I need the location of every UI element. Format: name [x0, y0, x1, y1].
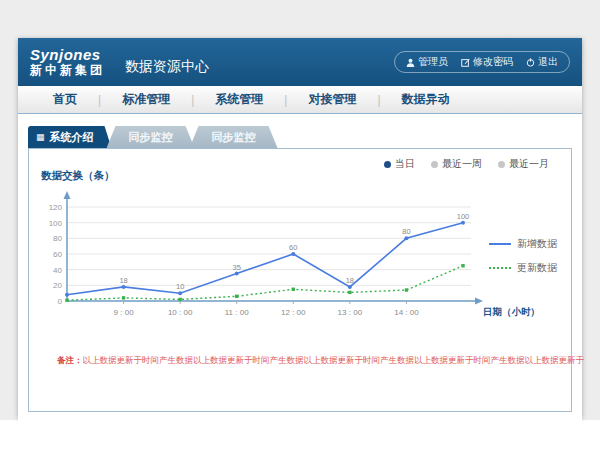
data-point — [122, 296, 125, 299]
legend-item-1[interactable]: 更新数据 — [489, 261, 557, 275]
tab-bar: ▦系统介绍同步监控同步监控 — [28, 126, 582, 148]
user-icon — [406, 58, 415, 67]
x-axis-arrow-icon — [475, 298, 483, 305]
data-point — [461, 221, 465, 225]
data-point — [291, 252, 295, 256]
brand-logo-en: Synjones — [30, 47, 105, 64]
legend-item-0[interactable]: 新增数据 — [489, 237, 557, 251]
y-tick-label: 100 — [49, 219, 63, 228]
data-point-label: 100 — [457, 212, 470, 221]
data-point-label: 60 — [289, 243, 297, 252]
main-nav: 首页|标准管理|系统管理|对接管理|数据异动 — [18, 86, 582, 114]
x-tick-label: 11 : 00 — [225, 308, 249, 317]
radio-icon — [431, 161, 438, 168]
tab-2[interactable]: 同步监控 — [190, 126, 278, 148]
legend-label: 更新数据 — [517, 261, 557, 275]
x-tick-label: 9 : 00 — [114, 308, 135, 317]
user-menu-admin-label: 管理员 — [418, 55, 448, 69]
change-password-button[interactable]: 修改密码 — [461, 55, 513, 69]
data-point — [178, 291, 182, 295]
y-tick-label: 0 — [58, 297, 63, 306]
y-tick-label: 20 — [53, 281, 62, 290]
legend-label: 新增数据 — [517, 237, 557, 251]
time-filter-label: 最近一周 — [442, 157, 482, 171]
y-tick-label: 40 — [53, 266, 62, 275]
x-tick-label: 14 : 00 — [394, 308, 419, 317]
data-point — [235, 272, 239, 276]
footnote-label: 备注： — [57, 355, 83, 365]
content-area: ▦系统介绍同步监控同步监控 当日最近一周最近一月 数据交换（条） 0204060… — [18, 126, 582, 430]
data-point — [348, 291, 351, 294]
logout-label: 退出 — [538, 55, 558, 69]
radio-icon — [498, 161, 505, 168]
data-point — [461, 264, 464, 267]
user-menu-admin[interactable]: 管理员 — [406, 55, 448, 69]
data-point — [122, 285, 126, 289]
data-point — [348, 285, 352, 289]
nav-item-1[interactable]: 标准管理 — [101, 91, 191, 108]
chart-y-axis-title: 数据交换（条） — [41, 169, 115, 183]
y-tick-label: 60 — [53, 250, 62, 259]
y-tick-label: 120 — [49, 203, 63, 212]
power-icon — [526, 58, 535, 67]
nav-item-2[interactable]: 系统管理 — [194, 91, 284, 108]
footnote-text: 以上数据更新于时间产生数据以上数据更新于时间产生数据以上数据更新于时间产生数据以… — [83, 355, 585, 365]
time-filter-0[interactable]: 当日 — [384, 157, 415, 171]
time-filter-2[interactable]: 最近一月 — [498, 157, 549, 171]
time-filter-label: 当日 — [395, 157, 415, 171]
chart-legend: 新增数据更新数据 — [489, 237, 557, 275]
user-menu: 管理员 修改密码 退出 — [394, 51, 570, 73]
data-point-label: 18 — [119, 276, 127, 285]
page: Synjones 新中新集团 数据资源中心 管理员 修改密码 — [0, 0, 600, 450]
page-title: 数据资源中心 — [125, 58, 209, 76]
nav-item-4[interactable]: 数据异动 — [381, 91, 471, 108]
brand-logo: Synjones 新中新集团 — [30, 47, 105, 77]
time-filter-group: 当日最近一周最近一月 — [384, 157, 549, 171]
legend-line-sample — [489, 267, 511, 269]
nav-item-3[interactable]: 对接管理 — [287, 91, 377, 108]
change-password-label: 修改密码 — [473, 55, 513, 69]
time-filter-1[interactable]: 最近一周 — [431, 157, 482, 171]
data-point — [404, 236, 408, 240]
tab-0[interactable]: ▦系统介绍 — [28, 126, 112, 148]
app-header: Synjones 新中新集团 数据资源中心 管理员 修改密码 — [18, 38, 582, 86]
data-point — [292, 288, 295, 291]
tab-1[interactable]: 同步监控 — [107, 126, 195, 148]
edit-icon — [461, 58, 470, 67]
chart-x-axis-title: 日期（小时） — [483, 306, 540, 318]
data-point — [405, 288, 408, 291]
brand-logo-cn: 新中新集团 — [30, 64, 105, 77]
x-tick-label: 12 : 00 — [281, 308, 306, 317]
y-axis-arrow-icon — [64, 191, 71, 199]
logout-button[interactable]: 退出 — [526, 55, 558, 69]
y-tick-label: 80 — [53, 234, 62, 243]
data-point — [178, 298, 181, 301]
data-point — [235, 295, 238, 298]
nav-item-0[interactable]: 首页 — [32, 91, 98, 108]
footnote: 备注：以上数据更新于时间产生数据以上数据更新于时间产生数据以上数据更新于时间产生… — [57, 355, 584, 367]
legend-line-sample — [489, 243, 511, 245]
chart-panel: 当日最近一周最近一月 数据交换（条） 0204060801001209 : 00… — [28, 148, 572, 412]
app-window: Synjones 新中新集团 数据资源中心 管理员 修改密码 — [18, 38, 582, 418]
data-point-label: 80 — [402, 227, 410, 236]
grid-icon: ▦ — [36, 126, 45, 148]
tab-label: 同步监控 — [129, 131, 173, 143]
x-tick-label: 13 : 00 — [338, 308, 363, 317]
radio-icon — [384, 161, 391, 168]
tab-label: 系统介绍 — [50, 126, 94, 148]
x-tick-label: 10 : 00 — [168, 308, 193, 317]
data-point-label: 18 — [346, 276, 354, 285]
data-point-label: 35 — [233, 263, 241, 272]
data-point-label: 10 — [176, 282, 184, 291]
time-filter-label: 最近一月 — [509, 157, 549, 171]
data-point — [65, 299, 68, 302]
data-point — [65, 293, 69, 297]
tab-label: 同步监控 — [212, 131, 256, 143]
